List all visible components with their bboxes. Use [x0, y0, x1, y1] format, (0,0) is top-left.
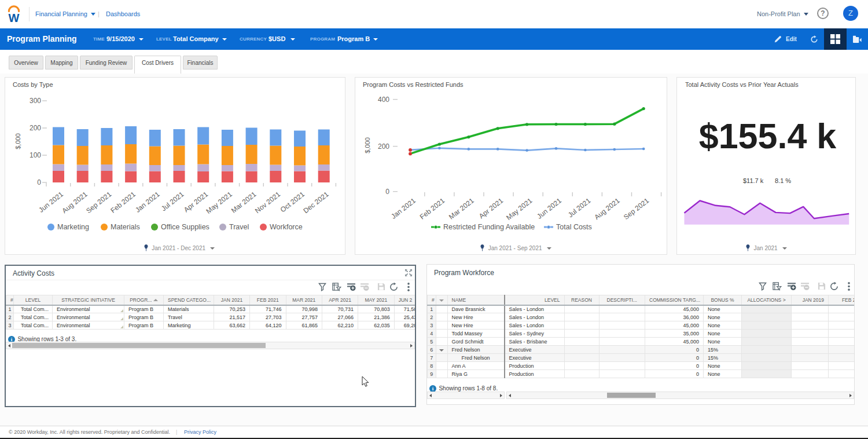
svg-text:Dec 2021: Dec 2021 [301, 190, 330, 215]
svg-text:Oct 2021: Oct 2021 [279, 190, 306, 214]
svg-text:Sep 2021: Sep 2021 [622, 196, 650, 221]
svg-text:Jun 2021: Jun 2021 [535, 196, 563, 221]
svg-text:Jan 2021: Jan 2021 [134, 190, 161, 214]
svg-text:Aug 2021: Aug 2021 [593, 196, 621, 221]
svg-text:Jun 2021: Jun 2021 [37, 190, 65, 214]
svg-text:0: 0 [385, 188, 389, 196]
svg-text:Mar 2021: Mar 2021 [447, 196, 476, 221]
svg-text:Sep 2021: Sep 2021 [84, 190, 113, 215]
svg-text:200: 200 [378, 142, 389, 151]
svg-text:200: 200 [30, 124, 41, 132]
svg-text:Jan 2021: Jan 2021 [389, 196, 417, 221]
svg-text:Marketing: Marketing [57, 223, 89, 231]
svg-text:May 2021: May 2021 [205, 190, 234, 215]
svg-text:$,000: $,000 [364, 137, 371, 153]
svg-text:400: 400 [378, 96, 389, 104]
svg-text:0: 0 [37, 178, 41, 186]
svg-text:300: 300 [30, 97, 41, 105]
svg-text:May 2021: May 2021 [505, 196, 534, 222]
svg-text:Jul 2021: Jul 2021 [160, 190, 186, 213]
svg-text:Feb 2021: Feb 2021 [109, 190, 137, 214]
svg-text:Travel: Travel [229, 223, 249, 231]
svg-text:Apr 2021: Apr 2021 [477, 196, 505, 220]
svg-text:$,000: $,000 [14, 133, 21, 149]
svg-text:Office Supplies: Office Supplies [161, 223, 209, 231]
svg-text:W: W [9, 12, 20, 23]
svg-text:Feb 2021: Feb 2021 [418, 196, 447, 221]
svg-text:Nov 2021: Nov 2021 [253, 190, 282, 215]
svg-text:Materials: Materials [111, 223, 140, 231]
svg-text:Mar 2021: Mar 2021 [230, 190, 258, 214]
svg-text:Restricted Funding Available: Restricted Funding Available [443, 223, 535, 231]
svg-text:Aug 2021: Aug 2021 [60, 190, 89, 215]
svg-text:100: 100 [30, 151, 41, 159]
svg-text:Jul 2021: Jul 2021 [567, 196, 593, 219]
svg-text:Workforce: Workforce [270, 223, 303, 231]
svg-text:Total Costs: Total Costs [556, 223, 592, 231]
